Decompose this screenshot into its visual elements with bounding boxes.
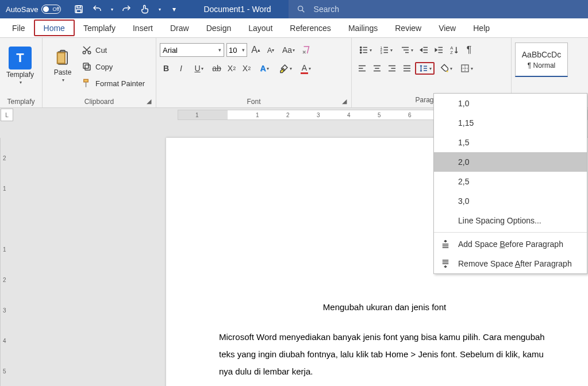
text-effects-icon[interactable]: A▾ (255, 62, 274, 75)
spacing-option-2-5[interactable]: 2,5 (434, 172, 587, 191)
decrease-indent-icon[interactable] (417, 44, 431, 56)
svg-text:Z: Z (450, 50, 453, 55)
spacing-option-2-0[interactable]: 2,0 (434, 152, 587, 172)
grow-font-icon[interactable]: A▴ (249, 44, 262, 56)
tab-templafy[interactable]: Templafy (75, 18, 124, 37)
group-clipboard: Paste ▾ Cut Copy Format Painter Clipboar… (43, 38, 156, 107)
style-normal[interactable]: AaBbCcDc ¶ Normal (515, 43, 568, 77)
chevron-down-icon: ▾ (20, 80, 22, 85)
strikethrough-icon[interactable]: ab (210, 62, 223, 75)
spacing-option-1-5[interactable]: 1,5 (434, 133, 587, 152)
search-box[interactable]: Search (289, 0, 588, 18)
redo-icon[interactable] (121, 4, 132, 14)
add-space-before-icon (440, 239, 451, 249)
tab-layout[interactable]: Layout (240, 18, 281, 37)
bold-icon[interactable]: B (160, 62, 172, 75)
svg-rect-7 (57, 52, 65, 63)
svg-rect-2 (77, 10, 82, 13)
tab-selector[interactable]: L (1, 109, 13, 121)
shading-icon[interactable]: ▾ (436, 62, 455, 75)
tab-view[interactable]: View (430, 18, 464, 37)
subscript-icon[interactable]: X2 (225, 62, 238, 75)
add-space-before[interactable]: Add Space Before Paragraph (434, 234, 587, 254)
copy-button[interactable]: Copy (79, 59, 147, 74)
remove-space-after-icon (440, 258, 451, 269)
align-center-icon[interactable] (370, 62, 384, 75)
align-right-icon[interactable] (385, 62, 399, 75)
tab-mailings[interactable]: Mailings (340, 18, 386, 37)
borders-icon[interactable]: ▾ (456, 62, 476, 75)
svg-point-3 (298, 6, 302, 11)
svg-point-53 (446, 71, 448, 72)
clear-formatting-icon[interactable] (300, 44, 313, 56)
font-size-combo[interactable]: 10▾ (226, 43, 247, 57)
spacing-option-3-0[interactable]: 3,0 (434, 191, 587, 211)
sort-icon[interactable]: AZ (447, 44, 461, 56)
tab-home[interactable]: Home (34, 20, 75, 36)
autosave-label: AutoSave (6, 5, 38, 14)
toggle-switch[interactable]: Off (41, 5, 61, 14)
svg-point-19 (360, 52, 361, 53)
cut-icon (82, 45, 92, 55)
highlight-icon[interactable]: ▾ (276, 62, 294, 75)
svg-rect-14 (84, 79, 89, 82)
undo-dropdown-icon[interactable]: ▾ (111, 7, 113, 12)
autosave-toggle[interactable]: AutoSave Off (0, 5, 67, 14)
underline-icon[interactable]: U▾ (190, 62, 208, 75)
tab-design[interactable]: Design (198, 18, 240, 37)
ruler-vertical[interactable]: 2 1 1 2 3 4 5 6 (0, 138, 1, 386)
touch-mode-icon[interactable] (140, 4, 150, 14)
document-title: Document1 - Word (186, 5, 288, 14)
spacing-option-1-15[interactable]: 1,15 (434, 113, 587, 133)
increase-indent-icon[interactable] (432, 44, 446, 56)
line-spacing-menu: 1,0 1,15 1,5 2,0 2,5 3,0 Line Spacing Op… (433, 93, 587, 274)
bullets-icon[interactable]: ▾ (355, 44, 375, 56)
group-label-templafy: Templafy (3, 96, 39, 107)
italic-icon[interactable]: I (175, 62, 187, 75)
qat-customize-icon[interactable]: ▾ (169, 4, 179, 14)
tab-file[interactable]: File (3, 18, 34, 37)
undo-icon[interactable] (92, 4, 102, 14)
chevron-down-icon: ▾ (62, 78, 64, 83)
title-bar: AutoSave Off ▾ ▾ ▾ Document1 - Word Sear… (0, 0, 588, 18)
numbering-icon[interactable]: 123▾ (376, 44, 395, 56)
show-marks-icon[interactable]: ¶ (462, 44, 476, 56)
tab-draw[interactable]: Draw (162, 18, 198, 37)
svg-point-15 (360, 47, 361, 48)
search-placeholder: Search (314, 5, 339, 14)
shrink-font-icon[interactable]: A▾ (264, 44, 277, 56)
paste-button[interactable]: Paste ▾ (46, 40, 79, 91)
templafy-icon: T (9, 47, 32, 70)
svg-text:3: 3 (380, 51, 382, 55)
superscript-icon[interactable]: X2 (240, 62, 253, 75)
font-color-icon[interactable]: A▾ (297, 62, 315, 75)
svg-point-17 (360, 49, 361, 51)
templafy-button[interactable]: T Templafy ▾ (3, 40, 37, 91)
group-templafy: T Templafy ▾ Templafy (0, 38, 43, 107)
save-icon[interactable] (74, 4, 84, 14)
line-spacing-options[interactable]: Line Spacing Options... (434, 211, 587, 230)
document-body: Microsoft Word menyediakan banyak jenis … (219, 329, 550, 380)
spacing-option-1-0[interactable]: 1,0 (434, 94, 587, 113)
multilevel-list-icon[interactable]: ▾ (397, 44, 416, 56)
tab-references[interactable]: References (281, 18, 340, 37)
svg-rect-1 (77, 6, 80, 8)
font-name-combo[interactable]: Arial▾ (160, 43, 224, 57)
group-label-clipboard: Clipboard◢ (46, 96, 152, 107)
tab-insert[interactable]: Insert (124, 18, 162, 37)
clipboard-launcher-icon[interactable]: ◢ (147, 98, 151, 105)
remove-space-after[interactable]: Remove Space After Paragraph (434, 254, 587, 273)
cut-button[interactable]: Cut (79, 43, 147, 57)
tab-help[interactable]: Help (464, 18, 498, 37)
tab-review[interactable]: Review (386, 18, 430, 37)
change-case-icon[interactable]: Aa▾ (279, 44, 298, 56)
justify-icon[interactable] (400, 62, 414, 75)
line-spacing-button[interactable]: ▾ (415, 62, 435, 75)
paste-icon (53, 49, 72, 67)
font-launcher-icon[interactable]: ◢ (342, 98, 347, 105)
format-painter-button[interactable]: Format Painter (79, 76, 147, 91)
svg-rect-12 (85, 65, 90, 70)
align-left-icon[interactable] (355, 62, 369, 75)
quick-access-toolbar: ▾ ▾ ▾ (67, 4, 186, 14)
touch-dropdown-icon[interactable]: ▾ (159, 7, 161, 12)
